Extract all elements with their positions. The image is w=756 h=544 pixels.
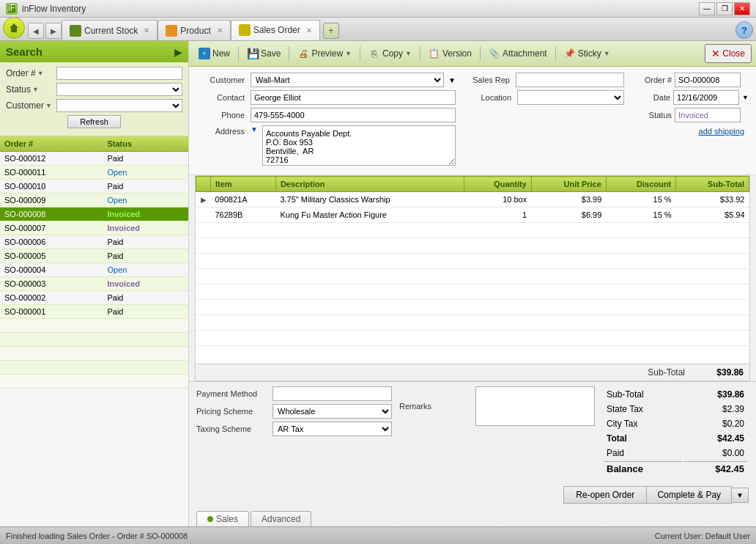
pricing-scheme-select[interactable]: Wholesale xyxy=(273,404,392,419)
tab-product[interactable]: Product ✕ xyxy=(158,20,230,40)
order-filter-input[interactable] xyxy=(56,67,182,80)
attachment-button[interactable]: 📎 Attachment xyxy=(483,45,552,62)
customer-select[interactable]: Wall-Mart xyxy=(251,73,444,87)
reopen-order-button[interactable]: Re-open Order xyxy=(563,486,647,504)
status-filter-arrow[interactable]: ▼ xyxy=(32,86,39,93)
product-tab-close[interactable]: ✕ xyxy=(217,26,223,34)
order-table-row[interactable]: SO-000010Paid xyxy=(0,180,188,194)
subtotal-total-label: Sub-Total xyxy=(604,388,682,401)
item-subtotal-cell: $33.92 xyxy=(676,192,749,207)
home-button[interactable] xyxy=(3,17,25,39)
order-number-cell: SO-000009 xyxy=(0,194,103,207)
complete-pay-dropdown[interactable]: ▼ xyxy=(732,488,749,503)
order-table-row[interactable]: SO-000001Paid xyxy=(0,305,188,319)
remarks-row: Remarks xyxy=(399,386,595,426)
complete-pay-button[interactable]: Complete & Pay xyxy=(647,486,732,504)
status-filter-select[interactable] xyxy=(56,83,182,96)
customer-filter-arrow[interactable]: ▼ xyxy=(45,102,52,109)
order-number-cell: SO-000003 xyxy=(0,277,103,291)
payment-section: Payment Method Pricing Scheme Wholesale … xyxy=(196,386,392,477)
save-button[interactable]: 💾 Save xyxy=(242,45,286,62)
current-stock-tab-close[interactable]: ✕ xyxy=(144,26,149,34)
order-table-empty-row xyxy=(0,347,188,361)
add-shipping-link[interactable]: add shipping xyxy=(631,125,749,137)
sidebar-expand-icon[interactable]: ▶ xyxy=(174,46,182,58)
address-toggle-icon[interactable]: ▼ xyxy=(251,125,258,133)
help-button[interactable]: ? xyxy=(735,21,753,39)
tab-forward-button[interactable]: ▶ xyxy=(45,23,62,39)
paid-label: Paid xyxy=(604,446,682,460)
paid-value: $0.00 xyxy=(683,446,747,460)
date-dropdown-icon[interactable]: ▼ xyxy=(742,94,749,101)
content-inner: Customer Wall-Mart ▼ Contact Phone Addre… xyxy=(189,67,756,526)
order-table-row[interactable]: SO-000006Paid xyxy=(0,235,188,249)
sales-order-tab-icon xyxy=(239,24,251,36)
order-filter-label: Order # ▼ xyxy=(6,68,53,78)
order-number-cell: SO-000007 xyxy=(0,221,103,235)
remarks-textarea[interactable] xyxy=(475,386,595,426)
balance-value: $42.45 xyxy=(683,461,747,476)
order-table-row[interactable]: SO-000008Invoiced xyxy=(0,207,188,221)
address-textarea[interactable]: Accounts Payable Dept. P.O. Box 953 Bent… xyxy=(262,125,456,166)
close-order-button[interactable]: ✕ Close xyxy=(705,44,752,63)
subtotal-total-row: Sub-Total $39.86 xyxy=(604,388,747,401)
new-tab-button[interactable]: + xyxy=(323,23,339,39)
svg-rect-3 xyxy=(12,29,15,32)
tab-advanced[interactable]: Advanced xyxy=(251,511,311,526)
order-number-cell: SO-000008 xyxy=(0,207,103,221)
payment-method-input[interactable] xyxy=(273,386,392,401)
customer-filter-select[interactable] xyxy=(56,99,182,112)
item-row[interactable]: ▶ 090821A 3.75" Military Classics Warshi… xyxy=(196,192,749,207)
item-arrow-cell: ▶ xyxy=(196,192,211,207)
refresh-button[interactable]: Refresh xyxy=(67,115,121,128)
order-table-row[interactable]: SO-000012Paid xyxy=(0,152,188,166)
order-number-cell: SO-000002 xyxy=(0,291,103,305)
customer-dropdown-icon[interactable]: ▼ xyxy=(448,76,456,84)
order-status-cell: Paid xyxy=(103,235,188,249)
tab-current-stock[interactable]: Current Stock ✕ xyxy=(62,20,158,40)
tab-sales-order[interactable]: Sales Order ✕ xyxy=(231,20,320,40)
order-table-row[interactable]: SO-000011Open xyxy=(0,166,188,180)
preview-button[interactable]: 🖨 Preview ▼ xyxy=(292,45,357,62)
order-num-input[interactable] xyxy=(675,73,741,87)
order-status-cell: Open xyxy=(103,263,188,277)
tab-sales[interactable]: Sales xyxy=(196,511,249,526)
new-icon: + xyxy=(199,48,210,59)
close-order-icon: ✕ xyxy=(711,48,720,59)
version-button[interactable]: 📋 Version xyxy=(423,45,477,62)
phone-input[interactable] xyxy=(251,108,456,122)
minimize-button[interactable]: — xyxy=(699,2,715,15)
close-window-button[interactable]: ✕ xyxy=(734,2,750,15)
row-expand-icon[interactable]: ▶ xyxy=(201,196,207,204)
contact-label: Contact xyxy=(196,93,248,102)
quantity-col-header: Quantity xyxy=(464,177,531,192)
date-input[interactable] xyxy=(673,90,739,105)
order-table-row[interactable]: SO-000004Open xyxy=(0,263,188,277)
payment-method-label: Payment Method xyxy=(196,389,270,398)
order-status-cell: Paid xyxy=(103,152,188,166)
tab-back-button[interactable]: ◀ xyxy=(28,23,44,39)
items-table: Item Description Quantity Unit Price Dis… xyxy=(196,176,749,346)
sales-rep-input[interactable] xyxy=(516,73,624,87)
description-col-header: Description xyxy=(275,177,464,192)
item-row[interactable]: 76289B Kung Fu Master Action Figure 1 $6… xyxy=(196,207,749,223)
copy-button[interactable]: ⎘ Copy ▼ xyxy=(363,45,417,62)
contact-input[interactable] xyxy=(251,90,456,105)
sticky-button[interactable]: 📌 Sticky ▼ xyxy=(559,45,615,62)
order-table-row[interactable]: SO-000005Paid xyxy=(0,249,188,263)
sidebar-header: Search ▶ xyxy=(0,41,188,62)
tab-navigation: ◀ ▶ xyxy=(28,23,62,40)
order-filter-arrow[interactable]: ▼ xyxy=(37,70,44,77)
taxing-scheme-select[interactable]: AR Tax xyxy=(273,422,392,436)
order-table-row[interactable]: SO-000003Invoiced xyxy=(0,277,188,291)
sales-order-tab-close[interactable]: ✕ xyxy=(306,26,312,34)
location-select[interactable] xyxy=(517,90,624,105)
order-list-container: Order # Status SO-000012PaidSO-000011Ope… xyxy=(0,136,188,526)
item-empty-row xyxy=(196,254,749,269)
order-table-row[interactable]: SO-000002Paid xyxy=(0,291,188,305)
restore-button[interactable]: ❐ xyxy=(716,2,733,15)
order-table-row[interactable]: SO-000007Invoiced xyxy=(0,221,188,235)
status-filter-row: Status ▼ xyxy=(6,83,182,96)
new-button[interactable]: + New xyxy=(193,45,235,62)
order-table-row[interactable]: SO-000009Open xyxy=(0,194,188,207)
